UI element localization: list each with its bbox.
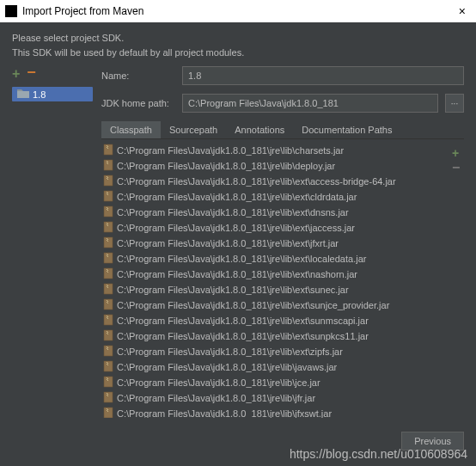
svg-rect-25	[104, 222, 113, 232]
tab-sourcepath[interactable]: Sourcepath	[161, 121, 226, 138]
svg-rect-34	[107, 241, 108, 242]
sdk-list-panel: + − 1.8	[12, 66, 93, 418]
name-input[interactable]	[182, 66, 464, 85]
tab-annotations[interactable]: Annotations	[226, 121, 293, 138]
svg-rect-27	[107, 224, 108, 224]
jdk-home-label: JDK home path:	[101, 98, 175, 108]
archive-icon	[103, 407, 113, 418]
svg-rect-64	[107, 334, 108, 334]
svg-rect-28	[107, 224, 107, 225]
svg-rect-6	[107, 161, 107, 162]
archive-icon	[103, 360, 113, 374]
classpath-item[interactable]: C:\Program Files\Java\jdk1.8.0_181\jre\l…	[101, 205, 449, 220]
classpath-item-path: C:\Program Files\Java\jdk1.8.0_181\jre\l…	[117, 238, 339, 248]
svg-rect-55	[104, 315, 113, 325]
svg-rect-23	[107, 209, 107, 210]
remove-classpath-icon: −	[452, 163, 464, 172]
classpath-item[interactable]: C:\Program Files\Java\jdk1.8.0_181\jre\l…	[101, 251, 449, 267]
svg-rect-3	[107, 147, 107, 148]
classpath-item[interactable]: C:\Program Files\Java\jdk1.8.0_181\jre\l…	[101, 174, 449, 189]
classpath-item-path: C:\Program Files\Java\jdk1.8.0_181\jre\l…	[117, 285, 349, 295]
svg-rect-79	[107, 380, 108, 381]
svg-rect-63	[107, 333, 107, 334]
classpath-item-path: C:\Program Files\Java\jdk1.8.0_181\jre\l…	[117, 362, 337, 372]
classpath-item[interactable]: C:\Program Files\Java\jdk1.8.0_181\jre\l…	[101, 406, 449, 418]
jdk-home-input[interactable]	[182, 94, 438, 113]
classpath-item-path: C:\Program Files\Java\jdk1.8.0_181\jre\l…	[117, 254, 366, 264]
svg-rect-5	[104, 160, 113, 170]
classpath-item[interactable]: C:\Program Files\Java\jdk1.8.0_181\jre\l…	[101, 359, 449, 375]
instruction-text: Please select project SDK. This SDK will…	[12, 31, 464, 59]
classpath-item-path: C:\Program Files\Java\jdk1.8.0_181\jre\l…	[117, 331, 369, 341]
svg-rect-21	[107, 207, 107, 208]
svg-rect-30	[104, 237, 113, 248]
svg-rect-15	[104, 191, 113, 201]
classpath-item[interactable]: C:\Program Files\Java\jdk1.8.0_181\jre\l…	[101, 313, 449, 328]
archive-icon	[103, 159, 113, 173]
svg-rect-85	[104, 408, 113, 418]
svg-rect-13	[107, 178, 107, 179]
archive-icon	[103, 144, 113, 157]
archive-icon	[103, 175, 113, 188]
classpath-item-path: C:\Program Files\Java\jdk1.8.0_181\jre\l…	[117, 192, 357, 202]
remove-sdk-icon[interactable]: −	[27, 66, 36, 82]
svg-rect-19	[107, 194, 108, 195]
svg-rect-48	[107, 286, 107, 287]
instruction-line2: This SDK will be used by default by all …	[12, 46, 464, 60]
archive-icon	[103, 267, 113, 281]
svg-rect-83	[107, 395, 107, 395]
svg-rect-54	[107, 303, 108, 304]
tab-classpath[interactable]: Classpath	[101, 121, 161, 138]
svg-rect-77	[107, 378, 108, 379]
svg-rect-33	[107, 240, 107, 241]
classpath-item[interactable]: C:\Program Files\Java\jdk1.8.0_181\jre\l…	[101, 282, 449, 297]
sdk-item-label: 1.8	[33, 89, 46, 100]
previous-button[interactable]: Previous	[401, 432, 464, 451]
add-classpath-icon[interactable]: +	[452, 146, 464, 160]
add-sdk-icon[interactable]: +	[12, 66, 20, 82]
svg-rect-61	[107, 331, 107, 332]
svg-rect-8	[107, 162, 107, 163]
archive-icon	[103, 298, 113, 312]
svg-rect-53	[107, 302, 107, 303]
svg-rect-20	[104, 206, 113, 217]
svg-rect-29	[107, 225, 108, 226]
svg-rect-39	[107, 256, 108, 257]
tab-documentation-paths[interactable]: Documentation Paths	[293, 121, 400, 138]
svg-rect-87	[107, 409, 108, 410]
svg-rect-80	[104, 392, 113, 402]
classpath-item[interactable]: C:\Program Files\Java\jdk1.8.0_181\jre\l…	[101, 143, 449, 158]
svg-rect-1	[107, 145, 107, 146]
classpath-item[interactable]: C:\Program Files\Java\jdk1.8.0_181\jre\l…	[101, 297, 449, 313]
classpath-item[interactable]: C:\Program Files\Java\jdk1.8.0_181\jre\l…	[101, 267, 449, 282]
svg-rect-88	[107, 410, 107, 411]
svg-rect-14	[107, 179, 108, 180]
classpath-item[interactable]: C:\Program Files\Java\jdk1.8.0_181\jre\l…	[101, 344, 449, 359]
classpath-item[interactable]: C:\Program Files\Java\jdk1.8.0_181\jre\l…	[101, 158, 449, 174]
footer-buttons: Previous	[401, 432, 464, 451]
svg-rect-75	[104, 377, 113, 387]
classpath-item[interactable]: C:\Program Files\Java\jdk1.8.0_181\jre\l…	[101, 189, 449, 205]
classpath-item[interactable]: C:\Program Files\Java\jdk1.8.0_181\jre\l…	[101, 236, 449, 251]
classpath-item[interactable]: C:\Program Files\Java\jdk1.8.0_181\jre\l…	[101, 220, 449, 236]
svg-rect-35	[104, 253, 113, 263]
classpath-item[interactable]: C:\Program Files\Java\jdk1.8.0_181\jre\l…	[101, 390, 449, 406]
browse-button[interactable]: ···	[445, 94, 464, 113]
name-label: Name:	[101, 71, 175, 81]
svg-rect-7	[107, 162, 108, 162]
sdk-item-selected[interactable]: 1.8	[12, 87, 93, 101]
classpath-item[interactable]: C:\Program Files\Java\jdk1.8.0_181\jre\l…	[101, 375, 449, 390]
svg-rect-40	[104, 268, 113, 279]
svg-rect-32	[107, 239, 108, 240]
svg-rect-37	[107, 254, 108, 255]
svg-rect-43	[107, 271, 107, 272]
close-icon[interactable]: ×	[454, 4, 471, 18]
svg-rect-44	[107, 272, 108, 273]
classpath-list[interactable]: C:\Program Files\Java\jdk1.8.0_181\jre\l…	[101, 143, 449, 418]
svg-rect-67	[107, 347, 108, 348]
classpath-item-path: C:\Program Files\Java\jdk1.8.0_181\jre\l…	[117, 207, 349, 218]
svg-rect-24	[107, 210, 108, 211]
svg-rect-68	[107, 348, 107, 349]
classpath-item[interactable]: C:\Program Files\Java\jdk1.8.0_181\jre\l…	[101, 328, 449, 344]
svg-rect-52	[107, 301, 108, 302]
